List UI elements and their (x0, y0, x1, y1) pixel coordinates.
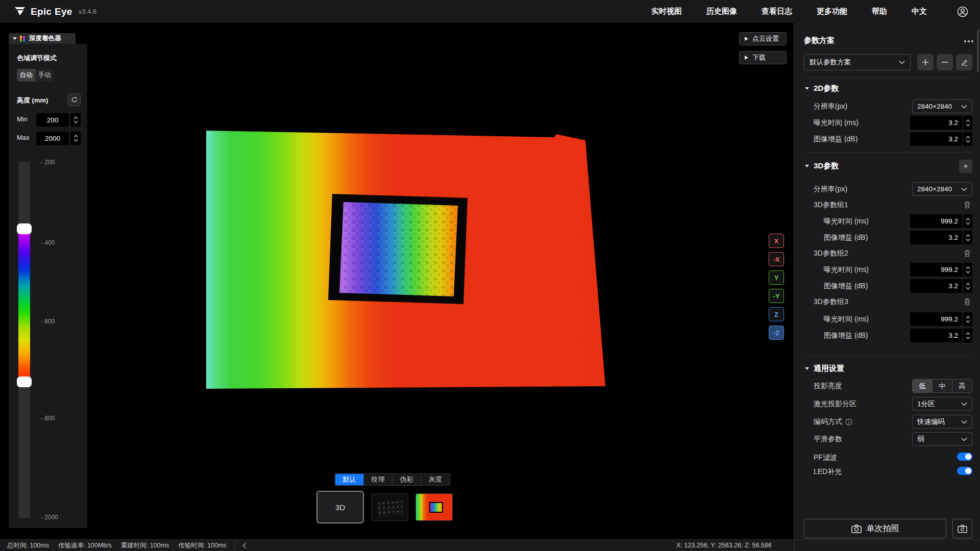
exposure-2d-stepper[interactable] (963, 116, 972, 130)
group1-gain-stepper[interactable] (963, 231, 972, 244)
more-icon[interactable] (968, 40, 970, 42)
group1-title: 3D参数组1 (814, 201, 848, 210)
group1-exposure-label: 曝光时间 (ms) (824, 217, 869, 226)
brightness-mid-button[interactable]: 中 (933, 380, 952, 392)
axis-button-x[interactable]: X (769, 234, 784, 248)
thumbnail-texture[interactable] (371, 493, 408, 521)
nav-history-images[interactable]: 历史图像 (706, 7, 737, 16)
mode-manual-button[interactable]: 手动 (35, 69, 54, 82)
max-stepper[interactable] (70, 132, 81, 145)
delete-group1-button[interactable] (964, 201, 972, 210)
chevron-down-icon (961, 105, 967, 109)
add-3d-group-button[interactable]: + (959, 160, 972, 173)
reset-range-button[interactable] (68, 93, 81, 106)
axis-button-neg-y[interactable]: -Y (769, 289, 784, 303)
max-value-input[interactable] (36, 132, 69, 145)
gain-2d-stepper[interactable] (963, 132, 972, 146)
section-3d-title: 3D参数 (814, 161, 839, 171)
exposure-2d-label: 曝光时间 (ms) (814, 118, 859, 128)
group1-gain-input[interactable] (910, 231, 962, 244)
tab-default[interactable]: 默认 (335, 474, 364, 485)
section-2d-header[interactable]: 2D参数 (805, 84, 839, 93)
colormap-lower-handle[interactable] (17, 377, 32, 387)
edit-scheme-button[interactable] (956, 54, 972, 70)
thumbnail-3d[interactable]: 3D (316, 491, 364, 523)
delete-group2-button[interactable] (964, 249, 972, 258)
resolution-2d-label: 分辨率(px) (814, 102, 847, 111)
section-general-header[interactable]: 通用设置 (805, 364, 844, 373)
nav-help[interactable]: 帮助 (872, 7, 887, 16)
resolution-3d-select[interactable]: 2840×2840 (912, 182, 972, 196)
group3-exposure-input[interactable] (910, 312, 962, 326)
group2-gain-stepper[interactable] (963, 279, 972, 293)
group1-exposure-stepper[interactable] (963, 214, 972, 228)
min-stepper[interactable] (70, 113, 81, 127)
thumbnail-depth-color[interactable] (415, 493, 453, 521)
scheme-select[interactable]: 默认参数方案 (804, 54, 911, 70)
nav-live-view[interactable]: 实时视图 (651, 7, 682, 16)
nav-language[interactable]: 中文 (912, 7, 927, 16)
tab-texture[interactable]: 纹理 (364, 474, 393, 485)
divider (804, 152, 972, 153)
min-value-input[interactable] (36, 113, 69, 127)
resolution-2d-select[interactable]: 2840×2840 (912, 99, 972, 113)
user-icon[interactable] (957, 6, 969, 18)
epic-eye-logo-icon (14, 7, 26, 17)
collapse-caret-icon (805, 87, 809, 90)
axis-button-neg-z[interactable]: -Z (769, 325, 784, 340)
group2-gain-input[interactable] (910, 279, 962, 293)
group2-exposure-input[interactable] (910, 263, 962, 277)
exposure-2d-input[interactable] (910, 116, 962, 130)
group2-gain-label: 图像增益 (dB) (824, 282, 868, 291)
collapse-left-icon[interactable] (239, 540, 250, 551)
play-icon (745, 56, 748, 60)
axis-button-neg-x[interactable]: -X (769, 252, 784, 266)
status-bar: 总时间: 100ms 传输速率: 100Mb/s 重建时间: 100ms 传输时… (0, 539, 980, 551)
remove-scheme-button[interactable] (937, 54, 953, 70)
gain-2d-input[interactable] (910, 132, 962, 146)
point-cloud-settings-button[interactable]: 点云设置 (739, 32, 787, 45)
axis-button-y[interactable]: Y (769, 270, 784, 285)
group3-gain-input[interactable] (910, 329, 962, 342)
add-scheme-button[interactable] (917, 54, 934, 70)
group2-exposure-stepper[interactable] (963, 263, 972, 277)
info-icon[interactable] (845, 418, 852, 425)
led-fill-label: LED补光 (814, 467, 842, 477)
delete-group3-button[interactable] (964, 297, 972, 307)
encoding-select[interactable]: 快速编码 (912, 415, 972, 429)
resolution-3d-value: 2840×2840 (917, 185, 952, 193)
single-capture-button[interactable]: 单次拍照 (804, 519, 946, 538)
colormap-upper-handle[interactable] (17, 223, 32, 234)
smooth-select[interactable]: 弱 (912, 432, 972, 446)
panel-scrollbar[interactable] (977, 29, 979, 72)
app-name: Epic Eye (31, 6, 72, 17)
tab-pseudocolor[interactable]: 伪彩 (393, 474, 421, 485)
laser-partition-label: 激光投影分区 (814, 399, 856, 409)
point-cloud-viewport[interactable]: 点云设置 下载 X -X Y -Y Z -Z 默认 纹理 伪彩 灰度 3D (0, 23, 794, 539)
tab-grayscale[interactable]: 灰度 (421, 474, 450, 485)
group3-gain-stepper[interactable] (963, 329, 972, 342)
plus-icon (922, 59, 929, 66)
nav-view-logs[interactable]: 查看日志 (762, 7, 792, 16)
render-mode-tabs: 默认 纹理 伪彩 灰度 (335, 473, 450, 486)
axis-button-z[interactable]: Z (769, 307, 784, 321)
smooth-label: 平滑参数 (814, 435, 842, 444)
colormap-icon (20, 36, 26, 42)
group1-exposure-input[interactable] (910, 214, 962, 228)
continuous-capture-button[interactable] (952, 519, 972, 538)
laser-partition-select[interactable]: 1分区 (912, 397, 972, 411)
depth-shader-panel: 深度着色器 色域调节模式 自动 手动 高度 (mm) Min Max (9, 33, 87, 528)
section-3d-header[interactable]: 3D参数 (805, 161, 839, 171)
brightness-low-button[interactable]: 低 (913, 380, 933, 392)
depth-shader-header[interactable]: 深度着色器 (9, 33, 76, 44)
led-fill-toggle[interactable] (957, 467, 972, 475)
single-capture-label: 单次拍照 (867, 523, 899, 534)
mode-auto-button[interactable]: 自动 (17, 69, 35, 82)
brightness-high-button[interactable]: 高 (952, 380, 972, 392)
group1-gain-label: 图像增益 (dB) (824, 233, 868, 242)
download-button[interactable]: 下载 (739, 51, 787, 64)
group3-exposure-stepper[interactable] (963, 312, 972, 326)
nav-more-features[interactable]: 更多功能 (817, 7, 847, 16)
pf-filter-toggle[interactable] (957, 453, 972, 461)
collapse-caret-icon (805, 165, 809, 167)
